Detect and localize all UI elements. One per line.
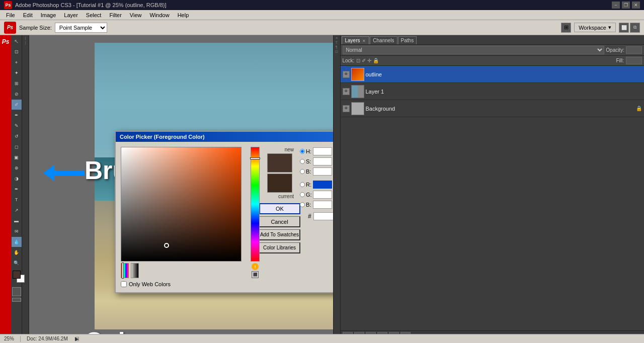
tool-dodge[interactable]: ◑ (12, 174, 22, 184)
layer-visibility-outline[interactable]: 👁 (343, 71, 350, 78)
b-input[interactable]: 27 (313, 167, 332, 176)
toolbar: Ps Sample Size: Point Sample 3 by 3 Aver… (0, 20, 644, 35)
h-input[interactable]: 19 (313, 147, 332, 155)
layer-visibility-layer1[interactable]: 👁 (343, 88, 350, 95)
color-swatches (13, 271, 21, 279)
standard-mode-icon[interactable] (12, 287, 21, 296)
menu-view[interactable]: View (126, 11, 146, 19)
tool-brush[interactable]: ✒ (12, 110, 22, 120)
r-input[interactable]: 70 (313, 181, 332, 189)
hue-bar-vertical[interactable]: ! ⬛ (251, 147, 260, 287)
screen-mode-btn[interactable] (12, 298, 21, 302)
lock-pixels-icon[interactable]: ✐ (362, 58, 366, 63)
blend-mode-select[interactable]: Normal Multiply Screen (343, 46, 605, 54)
opacity-label: Opacity: (606, 47, 624, 53)
window-controls[interactable]: − ❐ ✕ (612, 2, 640, 9)
tool-path-select[interactable]: ↗ (12, 205, 22, 215)
layer-row-layer1[interactable]: 👁 Layer 1 (341, 83, 645, 100)
tool-eraser[interactable]: ◻ (12, 142, 22, 152)
dialog-title-bar: Color Picker (Foreground Color) ✕ (116, 132, 333, 142)
tool-select-rect[interactable]: ⊡ (12, 47, 22, 57)
screen-mode-icon[interactable] (12, 298, 21, 302)
tool-pen[interactable]: ✒ (12, 184, 22, 194)
sample-size-select[interactable]: Point Sample 3 by 3 Average 5 by 5 Avera… (55, 23, 107, 33)
menu-help[interactable]: Help (174, 11, 193, 19)
tool-clone[interactable]: ✎ (12, 121, 22, 131)
lock-transparent-icon[interactable]: ⊡ (356, 58, 360, 63)
menu-layer[interactable]: Layer (60, 11, 82, 19)
s-radio[interactable] (300, 159, 305, 164)
foreground-color-swatch[interactable] (13, 271, 21, 279)
layer-visibility-background[interactable]: 👁 (343, 105, 350, 112)
restore-button[interactable]: ❐ (622, 2, 630, 9)
tool-lasso[interactable]: ⌖ (12, 57, 22, 67)
canvas-area[interactable]: Layer Brush Color Color Picker (Foregrou… (29, 35, 333, 342)
menu-edit[interactable]: Edit (19, 11, 37, 19)
current-color-swatch[interactable] (267, 174, 292, 193)
r-strip-icon-1: ≡ (336, 36, 338, 40)
b2-radio[interactable] (300, 202, 305, 207)
minimize-button[interactable]: − (612, 2, 620, 9)
status-arrow[interactable]: ▶ (75, 337, 79, 341)
tool-blur[interactable]: ⊕ (12, 163, 22, 173)
b2-label: B: (306, 202, 312, 208)
tool-hand[interactable]: ✋ (12, 247, 22, 258)
tool-zoom[interactable]: 🔍 (12, 258, 22, 268)
layer-name-background: Background (366, 106, 635, 112)
lock-all-icon[interactable]: 🔒 (373, 58, 379, 63)
tool-type[interactable]: T (12, 195, 22, 205)
fill-input[interactable]: 100% (626, 57, 642, 64)
workspace-button[interactable]: Workspace ▾ (574, 23, 616, 32)
menu-window[interactable]: Window (146, 11, 174, 19)
gamut-warning-icon[interactable]: ! (252, 263, 259, 270)
close-button[interactable]: ✕ (632, 2, 640, 9)
tool-shape[interactable]: ▬ (12, 216, 22, 226)
hex-input[interactable]: 46332a (313, 212, 333, 220)
new-color-swatch[interactable] (267, 153, 292, 173)
lock-position-icon[interactable]: ✛ (367, 58, 371, 63)
web-color-icon[interactable]: ⬛ (252, 271, 259, 278)
tool-notes[interactable]: ✉ (12, 226, 22, 236)
tab-paths[interactable]: Paths (398, 36, 417, 44)
options-icon[interactable]: ⊞ (561, 23, 571, 33)
menu-image[interactable]: Image (37, 11, 60, 19)
b2-input[interactable]: 42 (313, 201, 332, 209)
color-field[interactable] (121, 147, 242, 262)
tool-magic-wand[interactable]: ✦ (12, 68, 22, 78)
layers-tab-close[interactable]: ✕ (362, 39, 366, 43)
ok-button[interactable]: OK (259, 203, 300, 214)
menu-filter[interactable]: Filter (105, 11, 125, 19)
hue-gradient-bar[interactable] (251, 147, 260, 262)
tool-history[interactable]: ↺ (12, 131, 22, 141)
s-input[interactable]: 40 (313, 157, 332, 165)
add-to-swatches-button[interactable]: Add To Swatches (259, 229, 300, 240)
alpha-slider[interactable] (131, 263, 139, 278)
layer-row-background[interactable]: 👁 Background 🔒 (341, 100, 645, 117)
layer-thumbnail-layer1 (351, 85, 364, 98)
quick-mask-btn[interactable] (12, 287, 21, 296)
maximize-icon[interactable]: ⬜ (619, 23, 629, 33)
hue-slider[interactable] (121, 263, 129, 278)
g-radio[interactable] (300, 192, 305, 197)
cancel-button[interactable]: Cancel (259, 216, 300, 227)
tool-crop[interactable]: ⊞ (12, 78, 22, 89)
menu-file[interactable]: File (2, 11, 19, 19)
layer-row-outline[interactable]: 👁 outline (341, 66, 645, 83)
b-radio[interactable] (300, 169, 305, 174)
g-input[interactable]: 51 (313, 191, 332, 199)
opacity-input[interactable]: 100% (626, 46, 642, 54)
r-radio[interactable] (300, 182, 305, 187)
zoom-level: 25% (4, 336, 14, 341)
menu-select[interactable]: Select (82, 11, 106, 19)
tool-arrow[interactable]: ↖ (12, 36, 22, 46)
tab-layers[interactable]: Layers ✕ (342, 36, 370, 44)
tool-slice[interactable]: ⊘ (12, 89, 22, 99)
tool-eyedropper[interactable]: 💧 (12, 237, 22, 247)
only-web-colors-checkbox[interactable] (121, 281, 127, 287)
tab-channels[interactable]: Channels (370, 36, 397, 44)
color-libraries-button[interactable]: Color Libraries (259, 242, 300, 253)
h-radio[interactable] (300, 149, 305, 154)
tool-gradient[interactable]: ▣ (12, 152, 22, 162)
tool-healing[interactable]: ✐ (12, 100, 22, 110)
float-icon[interactable]: ⧉ (630, 23, 640, 33)
